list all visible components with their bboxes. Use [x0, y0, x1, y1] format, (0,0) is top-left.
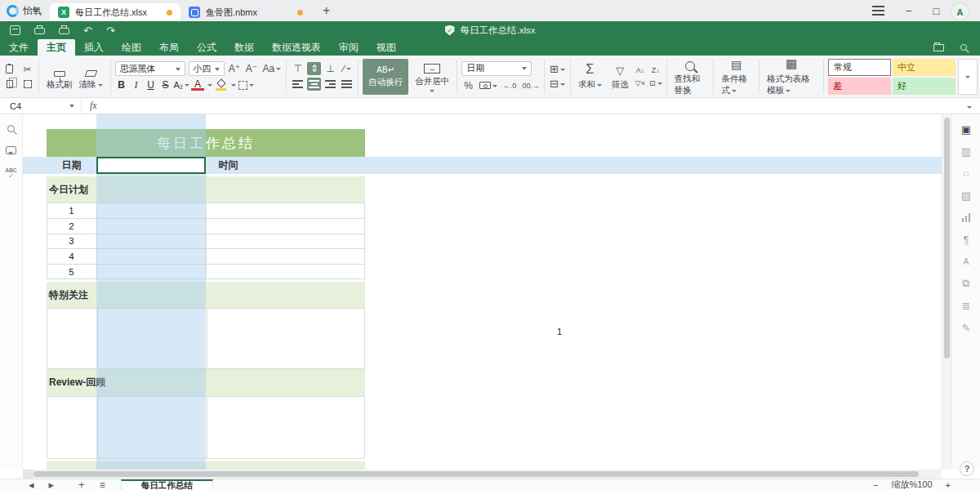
select-button[interactable]	[20, 78, 34, 91]
user-avatar[interactable]: A	[951, 2, 969, 21]
strikethrough-button[interactable]: S	[159, 78, 172, 91]
horizontal-scrollbar-thumb[interactable]	[33, 471, 919, 477]
number-format-select[interactable]: 日期	[461, 61, 532, 76]
wrap-text-button[interactable]: AB↵ 自动换行	[363, 59, 408, 95]
menu-draw[interactable]: 绘图	[113, 39, 150, 56]
pen-icon[interactable]: ✎	[962, 321, 971, 334]
borders-button[interactable]	[238, 78, 255, 91]
chart-icon[interactable]	[962, 211, 971, 224]
zoom-out-button[interactable]: −	[873, 480, 878, 490]
format-as-table-button[interactable]: ▦ 格式为表格模板	[764, 57, 819, 96]
menu-data[interactable]: 数据	[225, 39, 263, 56]
print-icon[interactable]	[34, 28, 45, 34]
increase-decimal-button[interactable]: 00.→	[522, 82, 540, 90]
justify-button[interactable]	[340, 78, 354, 91]
clear-filter-button[interactable]: ▽×	[635, 78, 645, 89]
style-normal[interactable]: 常规	[828, 59, 891, 76]
find-replace-button[interactable]: 查找和替换	[671, 57, 710, 96]
redo-icon[interactable]: ↷	[106, 25, 115, 36]
menu-insert[interactable]: 插入	[75, 39, 113, 56]
conditional-format-button[interactable]: ▤ 条件格式	[718, 57, 755, 96]
sort-descending-button[interactable]: Z↓	[649, 65, 662, 76]
minimize-button[interactable]: −	[906, 5, 912, 17]
card-view-icon[interactable]: ▣	[961, 122, 971, 136]
next-section-row-partial[interactable]	[47, 461, 365, 470]
align-bottom-button[interactable]: ⊥	[323, 62, 337, 75]
help-button[interactable]: ?	[960, 461, 974, 476]
selected-cell-c4[interactable]	[96, 157, 206, 174]
formula-input[interactable]	[105, 98, 965, 114]
increase-font-button[interactable]: A⁺	[228, 62, 242, 75]
text-style-icon[interactable]: A	[963, 255, 969, 268]
name-manager-button[interactable]: ⊡	[649, 78, 662, 89]
zoom-in-button[interactable]: +	[946, 480, 951, 490]
comment-icon[interactable]	[6, 146, 16, 154]
sheet-list-button[interactable]: ≡	[92, 479, 113, 490]
document-tab-xlsx[interactable]: 每日工作总结.xlsx	[50, 3, 180, 21]
sort-ascending-button[interactable]: A↓	[635, 65, 645, 76]
menu-home[interactable]: 主页	[38, 39, 75, 56]
print-preview-icon[interactable]	[59, 28, 69, 34]
focus-section-row[interactable]: 特别关注	[47, 282, 365, 308]
focus-content-cell[interactable]	[47, 308, 365, 369]
vertical-scrollbar[interactable]	[942, 114, 951, 470]
subscript-button[interactable]: A₂	[174, 78, 190, 91]
paragraph-icon[interactable]: ¶	[964, 233, 969, 246]
change-case-button[interactable]: Aa	[262, 62, 283, 75]
style-neutral[interactable]: 中立	[893, 59, 956, 76]
snippet-icon[interactable]: ⧉	[962, 277, 969, 290]
undo-icon[interactable]: ↶	[83, 25, 92, 36]
font-name-select[interactable]: 思源黑体	[115, 61, 185, 76]
layers-icon[interactable]: ≣	[962, 299, 971, 312]
menu-formula[interactable]: 公式	[188, 39, 225, 56]
menu-file[interactable]: 文件	[0, 39, 38, 56]
formula-bar-collapse-button[interactable]	[965, 100, 980, 112]
clear-button[interactable]: 清除	[76, 63, 106, 91]
menu-layout[interactable]: 布局	[150, 39, 188, 56]
review-section-row[interactable]: Review-回顾	[47, 369, 365, 396]
currency-button[interactable]	[479, 82, 497, 89]
format-painter-button[interactable]: 格式刷	[43, 63, 76, 91]
prev-sheet-button[interactable]: ◀	[21, 481, 42, 489]
text-orientation-button[interactable]: ∕	[340, 62, 354, 75]
decrease-decimal-button[interactable]: ←.0	[503, 82, 517, 90]
search-icon[interactable]	[7, 125, 15, 132]
align-middle-button[interactable]: ⇕	[307, 62, 321, 75]
menu-view[interactable]: 视图	[368, 39, 405, 56]
app-logo[interactable]: 怡氧	[0, 5, 50, 17]
delete-cells-button[interactable]: ⊟	[549, 78, 566, 91]
merge-center-button[interactable]: ↔ 合并居中	[412, 60, 452, 93]
time-label-cell[interactable]: 时间	[206, 157, 251, 174]
menu-review[interactable]: 审阅	[330, 39, 368, 56]
copy-button[interactable]	[2, 78, 16, 91]
filter-button[interactable]: ▽ 筛选	[608, 63, 632, 91]
bold-button[interactable]: B	[115, 78, 128, 91]
document-tab-nbmx[interactable]: 鱼骨图.nbmx	[180, 3, 311, 21]
table-title-cell[interactable]: 每日工作总结	[47, 129, 365, 157]
menu-pivot[interactable]: 数据透视表	[263, 39, 330, 56]
zoom-level-label[interactable]: 缩放%100	[891, 479, 932, 490]
maximize-button[interactable]: □	[933, 5, 940, 17]
align-left-button[interactable]	[291, 78, 305, 91]
next-sheet-button[interactable]: ▶	[42, 481, 62, 489]
plan-section-row[interactable]: 今日计划	[47, 176, 365, 203]
menu-icon[interactable]	[872, 3, 884, 18]
fill-color-button[interactable]	[214, 80, 228, 91]
align-right-button[interactable]	[323, 78, 337, 91]
paste-button[interactable]	[2, 63, 16, 76]
spreadsheet-grid[interactable]: 每日工作总结 日期 时间 今日计划 1 2 3 4 5 特别关注 Review-…	[23, 114, 942, 470]
search-icon[interactable]	[960, 44, 967, 51]
cut-button[interactable]: ✂	[20, 63, 34, 76]
shapes-icon[interactable]: ○	[963, 167, 969, 180]
save-icon[interactable]	[10, 25, 20, 35]
style-bad[interactable]: 差	[828, 78, 891, 95]
date-label-cell[interactable]: 日期	[47, 157, 96, 174]
sum-button[interactable]: Σ 求和	[575, 63, 605, 91]
cell-reference-box[interactable]: C4	[0, 98, 82, 114]
image-icon[interactable]: ▨	[961, 189, 971, 202]
review-content-cell[interactable]	[47, 396, 365, 459]
table-panel-icon[interactable]: ▥	[961, 145, 971, 158]
styles-gallery-expand-button[interactable]	[958, 59, 978, 95]
insert-cells-button[interactable]: ⊞	[549, 63, 566, 76]
font-color-button[interactable]: A	[191, 80, 204, 91]
